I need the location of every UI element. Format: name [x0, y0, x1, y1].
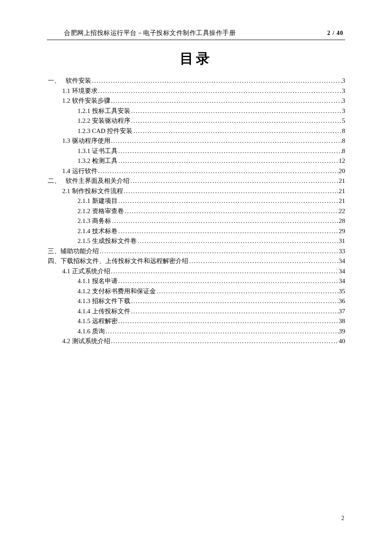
toc-entry-label: 4.1.5 远程解密 — [78, 316, 118, 327]
toc-entry: 一、软件安装3 — [47, 76, 345, 86]
toc-heading: 目录 — [47, 49, 345, 68]
toc-entry-prefix: 1.1 — [62, 86, 70, 96]
toc-entry-page: 34 — [339, 276, 345, 286]
toc-leader-dots — [91, 76, 342, 86]
toc-entry: 1.2.3 CAD 控件安装8 — [47, 126, 345, 136]
toc-entry-label: 1.2.2 安装驱动程序 — [78, 116, 130, 126]
toc-entry: 2.1.2 资格审查卷22 — [47, 206, 345, 217]
toc-entry-page: 3 — [342, 76, 346, 86]
toc-entry: 1.2 软件安装步骤3 — [47, 96, 345, 106]
toc-leader-dots — [111, 216, 339, 226]
toc-entry-prefix: 1.4 — [62, 166, 70, 176]
toc-entry: 2.1.4 技术标卷29 — [47, 226, 345, 237]
toc-entry: 1.2.1 投标工具安装3 — [47, 106, 345, 116]
toc-entry-text: 质询 — [90, 328, 105, 335]
toc-entry-prefix: 2.1.4 — [78, 226, 90, 237]
toc-entry-label: 一、软件安装 — [48, 76, 91, 86]
toc-entry-label: 2.1.3 商务标 — [78, 216, 111, 226]
toc-entry: 4.1.1 报名申请34 — [47, 276, 345, 286]
toc-entry-text: 驱动程序使用 — [70, 137, 110, 144]
toc-entry-prefix: 四、 — [48, 256, 61, 266]
toc-leader-dots — [130, 296, 339, 306]
toc-entry-text: 正式系统介绍 — [70, 268, 110, 275]
toc-entry-page: 8 — [342, 146, 346, 156]
toc-entry-text: 报名申请 — [90, 278, 118, 284]
toc-entry-label: 四、下载招标文件、上传投标文件和远程解密介绍 — [48, 256, 188, 266]
toc-entry-page: 37 — [339, 306, 345, 317]
toc-entry-label: 4.1.2 支付标书费用和保证金 — [78, 286, 156, 297]
toc-leader-dots — [110, 336, 339, 347]
toc-entry-text: 环境要求 — [70, 87, 98, 94]
toc-entry: 1.3.2 检测工具12 — [47, 156, 345, 166]
toc-entry-page: 12 — [339, 156, 345, 166]
toc-entry-prefix: 一、 — [48, 76, 61, 86]
toc-entry-page: 8 — [342, 126, 346, 136]
toc-leader-dots — [130, 116, 342, 126]
toc-entry: 2.1.3 商务标28 — [47, 216, 345, 226]
toc-entry-label: 1.3 驱动程序使用 — [62, 136, 110, 146]
toc-entry-text: 下载招标文件、上传投标文件和远程解密介绍 — [61, 257, 188, 264]
toc-entry-label: 4.1.1 报名申请 — [78, 276, 118, 286]
toc-entry-prefix: 2.1.5 — [78, 236, 90, 246]
toc-entry-text: 软件安装 — [66, 77, 91, 84]
toc-entry-label: 4.1.3 招标文件下载 — [78, 296, 130, 306]
toc-entry-text: 远程解密 — [90, 318, 118, 324]
toc-leader-dots — [133, 126, 342, 136]
toc-entry: 4.2 测试系统介绍40 — [47, 336, 345, 347]
toc-leader-dots — [118, 146, 342, 156]
toc-leader-dots — [130, 176, 339, 186]
page-header: 合肥网上招投标运行平台－电子投标文件制作工具操作手册 2 / 40 — [47, 29, 345, 40]
toc-entry-label: 1.2 软件安装步骤 — [62, 96, 110, 106]
toc-entry-label: 2.1 制作投标文件流程 — [62, 186, 123, 197]
toc-entry-page: 35 — [339, 286, 345, 297]
toc-entry-page: 21 — [339, 176, 345, 186]
toc-entry-prefix: 4.1.4 — [78, 306, 90, 317]
toc-entry-label: 1.2.1 投标工具安装 — [78, 106, 130, 116]
toc-entry-label: 三、辅助功能介绍 — [48, 246, 99, 257]
toc-leader-dots — [156, 286, 339, 297]
toc-entry-page: 39 — [339, 327, 345, 337]
toc-entry-label: 二、软件主界面及相关介绍 — [48, 176, 130, 186]
toc-entry-prefix: 1.3.2 — [78, 156, 90, 166]
toc-entry: 二、软件主界面及相关介绍21 — [47, 176, 345, 186]
toc-entry-text: 制作投标文件流程 — [70, 188, 123, 194]
toc-entry-text: 软件安装步骤 — [70, 97, 110, 104]
toc-entry-page: 33 — [339, 246, 345, 257]
toc-entry: 2.1.1 新建项目21 — [47, 196, 345, 206]
toc-entry-text: 测试系统介绍 — [70, 338, 110, 344]
toc-leader-dots — [118, 196, 339, 206]
header-title: 合肥网上招投标运行平台－电子投标文件制作工具操作手册 — [64, 29, 236, 37]
toc-entry-text: 软件主界面及相关介绍 — [66, 177, 130, 184]
document-page: 合肥网上招投标运行平台－电子投标文件制作工具操作手册 2 / 40 目录 一、软… — [0, 0, 392, 347]
toc-entry-prefix: 1.2.1 — [78, 106, 90, 116]
toc-leader-dots — [105, 327, 339, 337]
footer-page-number: 2 — [341, 515, 344, 522]
toc-entry: 四、下载招标文件、上传投标文件和远程解密介绍34 — [47, 256, 345, 266]
toc-entry-text: 招标文件下载 — [90, 298, 130, 304]
toc-entry-prefix: 2.1.2 — [78, 206, 90, 217]
toc-entry-label: 1.3.1 证书工具 — [78, 146, 118, 156]
toc-entry-page: 21 — [339, 196, 345, 206]
toc-entry-page: 29 — [339, 226, 345, 237]
toc-entry-page: 34 — [339, 266, 345, 277]
toc-entry: 4.1.6 质询39 — [47, 327, 345, 337]
toc-entry-prefix: 4.1.3 — [78, 296, 90, 306]
toc-entry-page: 21 — [339, 186, 345, 197]
toc-entry-page: 3 — [342, 86, 346, 96]
toc-entry-prefix: 1.2.2 — [78, 116, 90, 126]
toc-entry-prefix: 2.1.1 — [78, 196, 90, 206]
toc-entry-prefix: 4.1 — [62, 266, 70, 277]
toc-entry-label: 4.1.4 上传投标文件 — [78, 306, 130, 317]
toc-entry-prefix: 三、 — [48, 246, 61, 257]
toc-entry-text: 辅助功能介绍 — [61, 248, 99, 254]
toc-leader-dots — [110, 136, 342, 146]
toc-entry-label: 1.3.2 检测工具 — [78, 156, 118, 166]
toc-entry-text: 检测工具 — [90, 157, 118, 164]
toc-entry-text: 上传投标文件 — [90, 308, 130, 315]
toc-entry-label: 1.4 运行软件 — [62, 166, 98, 176]
toc-entry: 4.1.3 招标文件下载36 — [47, 296, 345, 306]
toc-leader-dots — [118, 226, 339, 237]
toc-entry-label: 2.1.1 新建项目 — [78, 196, 118, 206]
toc-entry-prefix: 二、 — [48, 176, 61, 186]
toc-entry: 1.3.1 证书工具8 — [47, 146, 345, 156]
